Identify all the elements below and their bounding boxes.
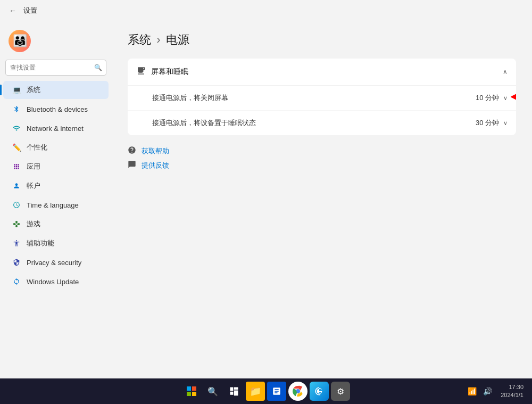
screen-sleep-card: 屏幕和睡眠 ∧ 接通电源后，将关闭屏幕 10 分钟 ∨ — [128, 59, 516, 135]
clock-date: 2024/1/1 — [501, 391, 523, 399]
sidebar-item-label: Windows Update — [27, 278, 79, 286]
sleep-value: 30 分钟 — [476, 118, 499, 128]
breadcrumb-separator: › — [156, 33, 160, 46]
breadcrumb: 系统 › 电源 — [128, 32, 516, 48]
sidebar-item-label: 辅助功能 — [27, 238, 54, 248]
sidebar-item-accessibility[interactable]: 辅助功能 — [3, 234, 109, 252]
titlebar: ← 设置 — [0, 0, 532, 21]
sidebar-item-windows-update[interactable]: Windows Update — [3, 273, 109, 291]
sidebar-item-label: Network & internet — [27, 125, 84, 133]
edge-button[interactable] — [310, 382, 329, 401]
tray-icon-network[interactable]: 📶 — [466, 385, 479, 398]
clock-time: 17:30 — [501, 383, 523, 391]
start-button[interactable] — [182, 382, 201, 401]
help-section: 获取帮助 提供反馈 — [128, 146, 516, 170]
accounts-icon — [12, 181, 21, 191]
sidebar-item-label: Bluetooth & devices — [27, 105, 88, 113]
sidebar-item-gaming[interactable]: 游戏 — [3, 215, 109, 233]
sidebar-item-apps[interactable]: 应用 — [3, 158, 109, 176]
search-box: 🔍 — [5, 60, 106, 76]
card-header-left: 屏幕和睡眠 — [136, 66, 188, 78]
setting-row-screen: 接通电源后，将关闭屏幕 10 分钟 ∨ — [128, 86, 516, 111]
red-arrow-annotation — [511, 89, 516, 107]
system-icon: 💻 — [12, 85, 21, 95]
feedback-icon — [128, 160, 136, 170]
taskbar-center: 🔍 📁 ⚙ — [182, 382, 350, 401]
titlebar-title: 设置 — [23, 6, 37, 15]
breadcrumb-parent: 系统 — [128, 33, 151, 46]
screen-off-chevron: ∨ — [503, 95, 508, 102]
screen-off-value: 10 分钟 — [476, 93, 499, 103]
sleep-value-container[interactable]: 30 分钟 ∨ — [476, 118, 508, 128]
sidebar-item-label: 系统 — [27, 85, 40, 95]
sidebar-item-label: 游戏 — [27, 219, 40, 229]
sleep-chevron: ∨ — [503, 120, 508, 127]
sidebar-item-network[interactable]: Network & internet — [3, 119, 109, 137]
setting-row-sleep: 接通电源后，将设备置于睡眠状态 30 分钟 ∨ — [128, 111, 516, 135]
network-icon — [12, 123, 21, 133]
sidebar: 👨‍👩‍👧 🔍 💻 系统 Bluetooth & devices — [0, 21, 112, 378]
accessibility-icon — [12, 238, 21, 248]
sidebar-item-system[interactable]: 💻 系统 — [3, 81, 109, 99]
sidebar-item-label: 帐户 — [27, 181, 40, 191]
breadcrumb-current: 电源 — [166, 33, 189, 46]
privacy-icon — [12, 258, 21, 267]
sidebar-item-label: 个性化 — [27, 143, 47, 152]
settings-window: ← 设置 👨‍👩‍👧 🔍 💻 系统 B — [0, 0, 532, 378]
taskbar-settings-button[interactable]: ⚙ — [331, 382, 350, 401]
avatar: 👨‍👩‍👧 — [9, 30, 31, 52]
windows-logo — [187, 386, 196, 396]
time-icon — [12, 200, 21, 210]
card-expand-chevron[interactable]: ∧ — [503, 68, 508, 76]
taskbar: 🔍 📁 ⚙ 📶 🔊 17:30 2024/1/1 — [0, 378, 532, 404]
taskview-button[interactable] — [225, 382, 244, 401]
windows-update-icon — [12, 277, 21, 286]
bluetooth-icon — [12, 104, 21, 114]
content-area: 👨‍👩‍👧 🔍 💻 系统 Bluetooth & devices — [0, 21, 532, 378]
screen-off-value-container[interactable]: 10 分钟 ∨ — [476, 93, 508, 103]
help-icon — [128, 146, 136, 156]
screen-icon — [136, 66, 146, 78]
feedback-link[interactable]: 提供反馈 — [128, 160, 516, 170]
search-input[interactable] — [5, 60, 106, 76]
task-manager-button[interactable] — [267, 382, 286, 401]
screen-sleep-header[interactable]: 屏幕和睡眠 ∧ — [128, 59, 516, 86]
sidebar-item-personalization[interactable]: ✏️ 个性化 — [3, 138, 109, 156]
sleep-label: 接通电源后，将设备置于睡眠状态 — [152, 118, 256, 128]
sidebar-item-time[interactable]: Time & language — [3, 196, 109, 214]
tray-icon-volume[interactable]: 🔊 — [481, 385, 494, 398]
sidebar-item-label: Privacy & security — [27, 259, 81, 267]
gaming-icon — [12, 219, 21, 229]
screen-off-label: 接通电源后，将关闭屏幕 — [152, 93, 228, 103]
taskbar-clock[interactable]: 17:30 2024/1/1 — [496, 383, 528, 400]
file-explorer-button[interactable]: 📁 — [246, 382, 265, 401]
chrome-button[interactable] — [288, 382, 307, 401]
personalization-icon: ✏️ — [12, 143, 21, 152]
apps-icon — [12, 162, 21, 171]
get-help-link[interactable]: 获取帮助 — [128, 146, 516, 156]
user-profile: 👨‍👩‍👧 — [0, 26, 112, 59]
sidebar-item-accounts[interactable]: 帐户 — [3, 177, 109, 195]
back-button[interactable]: ← — [6, 4, 19, 17]
search-icon: 🔍 — [94, 64, 102, 71]
sidebar-item-bluetooth[interactable]: Bluetooth & devices — [3, 100, 109, 118]
sidebar-item-label: 应用 — [27, 162, 40, 171]
taskbar-search-button[interactable]: 🔍 — [203, 382, 222, 401]
main-content: 系统 › 电源 屏幕和睡眠 ∧ — [112, 21, 532, 378]
sidebar-item-privacy[interactable]: Privacy & security — [3, 253, 109, 271]
page-header: 系统 › 电源 — [128, 32, 516, 48]
feedback-label: 提供反馈 — [142, 161, 169, 170]
taskbar-tray: 📶 🔊 17:30 2024/1/1 — [466, 383, 528, 400]
get-help-label: 获取帮助 — [142, 146, 169, 156]
card-header-label: 屏幕和睡眠 — [151, 67, 188, 77]
sidebar-item-label: Time & language — [27, 201, 79, 209]
